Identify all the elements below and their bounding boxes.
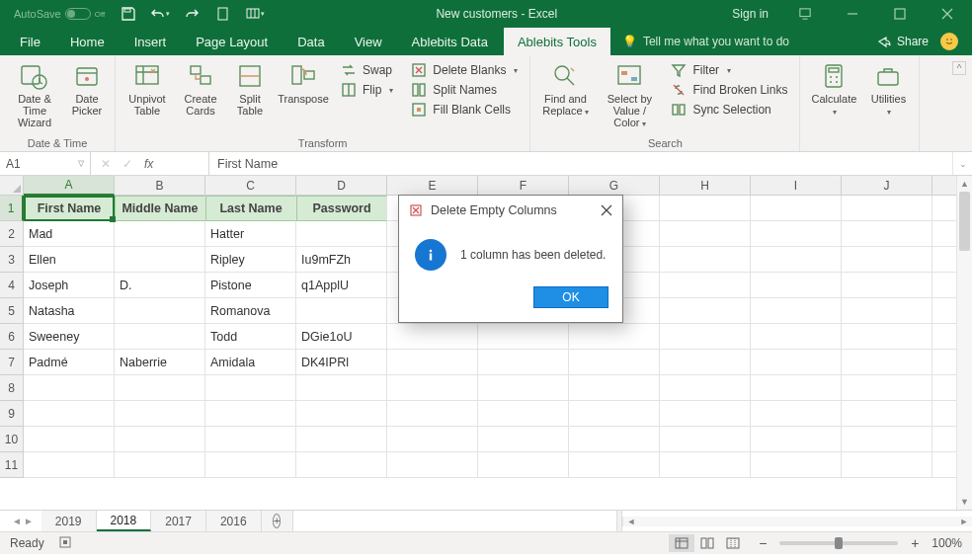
column-headers[interactable]: ABCDEFGHIJKLM (24, 176, 956, 196)
cell[interactable]: Mad (24, 221, 115, 247)
cell[interactable] (842, 401, 932, 427)
select-by-button[interactable]: Select by Value / Color▾ (598, 59, 661, 130)
dialog-ok-button[interactable]: OK (533, 286, 608, 308)
cell[interactable]: Hatter (205, 221, 296, 247)
cell[interactable]: Middle Name (115, 196, 205, 221)
find-replace-button[interactable]: Find and Replace▾ (538, 59, 592, 119)
column-header[interactable]: I (751, 176, 842, 196)
cell[interactable] (115, 401, 205, 427)
cell[interactable] (660, 452, 751, 478)
cell[interactable] (660, 401, 751, 427)
sheet-tab-2018[interactable]: 2018 (97, 511, 152, 531)
signin-button[interactable]: Sign in (724, 5, 776, 23)
cell[interactable] (387, 452, 478, 478)
cell[interactable] (842, 247, 932, 273)
cell[interactable] (660, 196, 751, 221)
cell[interactable]: Iu9mFZh (296, 247, 387, 273)
zoom-out-button[interactable]: − (756, 535, 770, 551)
cell[interactable] (115, 324, 205, 350)
cell[interactable] (660, 350, 751, 375)
tab-page-layout[interactable]: Page Layout (182, 28, 282, 55)
cell[interactable] (115, 247, 205, 273)
feedback-button[interactable] (940, 33, 958, 50)
dialog-close-button[interactable] (597, 200, 616, 220)
cell[interactable] (751, 298, 842, 324)
cell[interactable] (115, 375, 205, 401)
cell[interactable] (751, 324, 842, 350)
autosave-toggle[interactable]: AutoSave Off (8, 8, 111, 20)
accept-formula-button[interactable]: ✓ (122, 157, 132, 171)
cell[interactable]: Romanova (205, 298, 296, 324)
cell[interactable] (115, 452, 205, 478)
cell[interactable] (842, 221, 932, 247)
column-header[interactable]: E (387, 176, 478, 196)
scroll-down-button[interactable]: ▼ (957, 494, 972, 510)
view-page-break-button[interactable] (720, 534, 746, 552)
cell[interactable] (660, 273, 751, 298)
tab-file[interactable]: File (6, 28, 54, 55)
cell[interactable] (842, 350, 932, 375)
cell[interactable] (660, 221, 751, 247)
flip-button[interactable]: Flip▾ (337, 81, 397, 99)
cell[interactable] (478, 375, 569, 401)
cell[interactable] (842, 427, 932, 452)
row-header[interactable]: 4 (0, 273, 24, 298)
column-header[interactable]: G (569, 176, 660, 196)
cell[interactable] (842, 452, 932, 478)
vertical-scrollbar[interactable]: ▲ ▼ (956, 176, 972, 510)
cell[interactable] (387, 375, 478, 401)
tab-ablebits-tools[interactable]: Ablebits Tools (504, 28, 610, 55)
row-header[interactable]: 8 (0, 375, 24, 401)
view-page-layout-button[interactable] (694, 534, 720, 552)
cell[interactable]: D. (115, 273, 205, 298)
cell[interactable]: Sweeney (24, 324, 115, 350)
cell[interactable] (115, 298, 205, 324)
cell[interactable]: Natasha (24, 298, 115, 324)
fx-button[interactable]: fx (144, 157, 153, 171)
sheet-tab-2019[interactable]: 2019 (41, 511, 97, 531)
cell[interactable] (751, 427, 842, 452)
cell[interactable] (569, 427, 660, 452)
cell[interactable] (296, 401, 387, 427)
date-picker-button[interactable]: Date Picker (67, 59, 107, 117)
cell[interactable] (569, 401, 660, 427)
scroll-thumb[interactable] (959, 192, 970, 251)
maximize-button[interactable] (881, 2, 919, 26)
cell[interactable] (569, 452, 660, 478)
cell[interactable] (660, 324, 751, 350)
cell[interactable] (296, 298, 387, 324)
cell[interactable] (387, 350, 478, 375)
cell[interactable] (569, 375, 660, 401)
hscroll-left-button[interactable]: ◄ (623, 517, 639, 526)
cell[interactable] (296, 375, 387, 401)
cell[interactable] (115, 221, 205, 247)
cell[interactable] (751, 350, 842, 375)
cell[interactable] (478, 452, 569, 478)
fill-blank-button[interactable]: Fill Blank Cells (407, 101, 522, 119)
cell[interactable] (24, 452, 115, 478)
sheet-tab-2017[interactable]: 2017 (151, 511, 206, 531)
cell[interactable] (24, 427, 115, 452)
tab-home[interactable]: Home (56, 28, 119, 55)
cell[interactable] (842, 196, 932, 221)
cell[interactable] (296, 452, 387, 478)
column-header[interactable]: B (115, 176, 205, 196)
qat-new-button[interactable] (209, 2, 237, 26)
cell[interactable] (478, 401, 569, 427)
share-button[interactable]: Share (877, 35, 929, 48)
cancel-formula-button[interactable]: ✕ (101, 157, 111, 171)
minimize-button[interactable] (834, 2, 871, 26)
cell[interactable] (24, 375, 115, 401)
cell[interactable] (751, 375, 842, 401)
cell[interactable] (842, 273, 932, 298)
calculate-button[interactable]: Calculate▾ (808, 59, 859, 119)
create-cards-button[interactable]: Create Cards (177, 59, 224, 117)
cell[interactable] (660, 247, 751, 273)
column-header[interactable]: A (24, 176, 115, 196)
cell[interactable] (478, 350, 569, 375)
undo-button[interactable]: ▾ (146, 2, 174, 26)
split-table-button[interactable]: Split Table (230, 59, 270, 117)
horizontal-scrollbar[interactable]: ◄ ► (622, 517, 972, 526)
cell[interactable]: Ellen (24, 247, 115, 273)
hscroll-right-button[interactable]: ► (956, 517, 972, 526)
